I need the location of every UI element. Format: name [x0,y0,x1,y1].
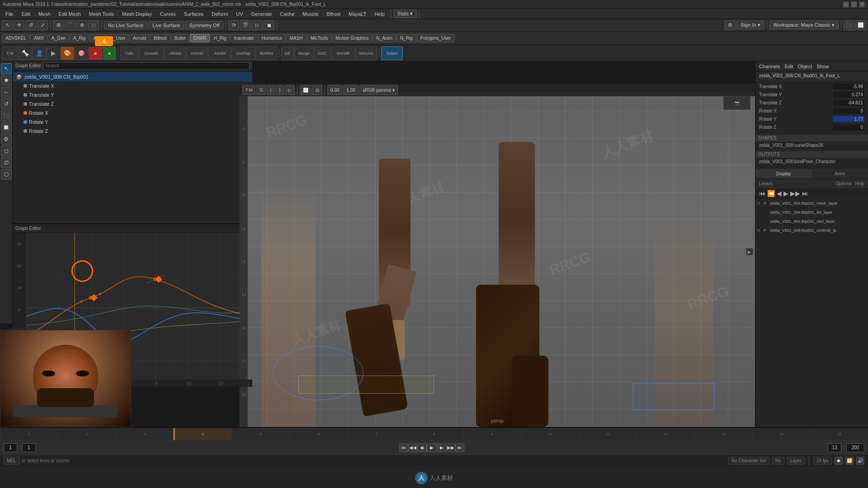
transport-step-back-btn[interactable]: ◀ [777,190,782,197]
inanimate-tab[interactable]: Inanimate [231,34,258,42]
menu-muscle[interactable]: Muscle [299,10,322,18]
mash-tab[interactable]: MASH [286,34,307,42]
menu-edit[interactable]: Edit [18,10,34,18]
cols-btn[interactable]: Cols [120,47,138,60]
move-tool[interactable]: ↔ [1,87,12,98]
snap-point-btn[interactable]: ⊕ [76,20,87,30]
paint-tool[interactable]: ✱ [1,75,12,86]
transport-prev-frame-btn[interactable]: ⏪ [767,190,775,197]
channels-label[interactable]: Channels [759,64,780,69]
menu-file[interactable]: File [2,10,17,18]
vp-shading-btn[interactable]: T M [242,85,255,95]
bullet-tab[interactable]: Bullet [171,34,189,42]
menu-bifrost[interactable]: Bifrost [323,10,344,18]
vp-play-btn[interactable]: ▷ [285,85,295,95]
snap-surface-btn[interactable]: □ [88,20,99,30]
outliner-item[interactable]: Translate Y [13,90,252,99]
nanim-tab[interactable]: N_Anim [373,34,396,42]
vp-focus-btn[interactable]: ⊡ [312,85,322,95]
red-icon-btn[interactable]: ● [89,47,102,60]
outliner-item[interactable]: Rotate Z [13,127,252,136]
soft-select-tool[interactable]: ⚙ [1,134,12,145]
panel-btn[interactable]: ⬜ [855,20,866,30]
rotate-tool[interactable]: ↺ [1,99,12,109]
vp-gamma-btn[interactable]: sRGB gamma ▾ [359,85,398,95]
start-frame-input[interactable] [4,443,17,452]
end-frame-input[interactable] [846,443,864,452]
move-tool-btn[interactable]: ✛ [14,20,24,30]
nrig-tab[interactable]: N_Rig [396,34,416,42]
maximize-btn[interactable]: □ [851,1,857,8]
stop-render-btn[interactable]: ⏹ [264,20,274,30]
outliner-item[interactable]: Rotate Y [13,117,252,127]
help-label[interactable]: Help [855,181,864,186]
animm-btn[interactable]: AnimM [186,47,208,60]
layer-row-2[interactable]: zelda_V001_008:Bip001_iks_layer [755,208,868,217]
channel-translate-y[interactable]: Translate Y [758,90,865,99]
no-live-surface-btn[interactable]: No Live Surface [104,21,147,29]
options-label[interactable]: Options [836,181,851,186]
overlap-btn[interactable]: Overlap [231,47,255,60]
scale-tool-btn[interactable]: ⤢ [37,20,48,30]
channel-translate-z[interactable]: Translate Z [758,99,865,107]
channel-translate-x[interactable]: Translate X [758,82,865,90]
window-controls[interactable]: — □ ✕ [843,1,865,8]
rotate-tool-btn[interactable]: ↺ [25,20,36,30]
select-btn[interactable]: Select [381,47,403,60]
ik-control-circle[interactable] [273,346,363,400]
menu-mesh[interactable]: Mesh [35,10,54,18]
menu-edit-mesh[interactable]: Edit Mesh [55,10,85,18]
merge-btn[interactable]: Merge [294,47,313,60]
mel-label[interactable]: MEL [4,457,19,465]
green-icon-btn[interactable]: ● [103,47,116,60]
transport-prev-btn[interactable]: ⏮ [759,190,765,197]
universal-tool[interactable]: 🔲 [1,122,12,133]
mictools-tab[interactable]: MicTools [307,34,332,42]
outliner-item[interactable]: Rotate X [13,108,252,117]
txsc-btn[interactable]: txSC [314,47,331,60]
transport-next-btn[interactable]: ⏭ [802,190,808,197]
rp-indicator[interactable]: P [764,201,770,206]
history-btn[interactable]: ⟳ [228,20,239,30]
tm-btn[interactable]: T M [2,47,18,60]
rotate-x-input[interactable] [833,108,864,114]
channel-rotate-z[interactable]: Rotate Z [758,123,865,131]
render-btn[interactable]: 🎬 [240,20,251,30]
snap-grid-btn[interactable]: ⊞ [53,20,64,30]
no-character-set[interactable]: No Character Set [728,457,769,465]
fwd-btn[interactable]: ▶ [437,443,446,452]
bifrost-tab[interactable]: Bifrost [150,34,170,42]
snap-curve-btn[interactable]: ⌒ [65,20,75,30]
channel-rotate-x[interactable]: Rotate X [758,107,865,115]
layout-btn[interactable]: ⬛ [844,20,854,30]
play-end-input[interactable] [828,443,841,452]
wireframe-foot-left[interactable] [633,383,714,410]
char-icon-btn[interactable]: 👤 [33,47,46,60]
null-tool[interactable]: ∅ [1,157,12,168]
layer-row-1[interactable]: V P zelda_V001_006:Bip001_mesh_layer [755,199,868,208]
sign-in-btn[interactable]: Sign In ▾ [736,21,764,29]
layer-row-3[interactable]: zelda_V001_006:Bip001_skel_layer [755,217,868,226]
prev-key-btn[interactable]: ⏮ [399,443,408,452]
agen-tab[interactable]: A_Gen [48,34,69,42]
next-frame-btn[interactable]: ▶▶ [446,443,455,452]
vp-value2-btn[interactable]: 1.00 [343,85,358,95]
smooth-btn[interactable]: Smooth [139,47,164,60]
play-btn[interactable]: ▶ [426,443,437,452]
motion-graphics-tab[interactable]: Motion Graphics [332,34,373,42]
vp-cam-btn[interactable]: ⟨ [267,85,275,95]
polygons-user-tab[interactable]: Polygons_User [417,34,455,42]
worldb-btn[interactable]: WorldB [331,47,355,60]
arnold-tab[interactable]: Arnold [129,34,150,42]
timeline-ruler[interactable]: 1 2 3 4 5 6 7 8 9 10 11 12 13 14 15 [0,428,868,441]
vp-light-btn[interactable]: S [256,85,266,95]
settings-btn[interactable]: ⚙ [725,20,736,30]
viewport-side-arrow[interactable]: ▶ [746,248,753,255]
live-surface-btn[interactable]: Live Surface [148,21,184,29]
lasso-tool[interactable]: ◻ [1,145,12,156]
edit-label[interactable]: Edit [784,64,793,69]
menu-surfaces[interactable]: Surfaces [180,10,207,18]
ipr-btn[interactable]: ▷ [252,20,263,30]
vp-shading2-btn[interactable]: ⟩ [276,85,284,95]
select-tool-btn[interactable]: ↖ [2,20,13,30]
